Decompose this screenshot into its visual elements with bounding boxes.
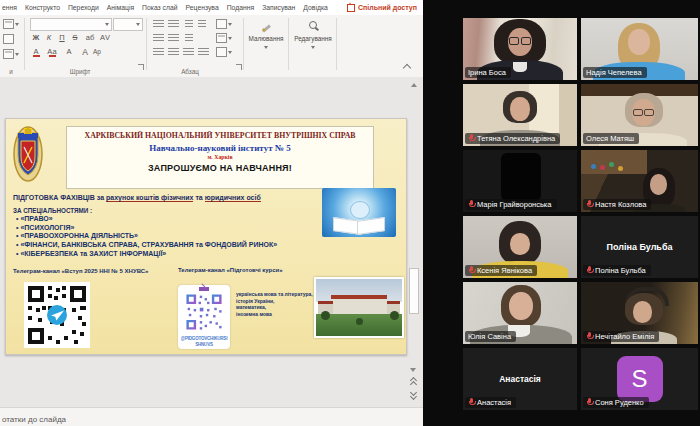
ribbon-tab-bar: ення Конструкто Переходи Анімація Показ … (0, 0, 423, 16)
decrease-indent-button[interactable] (185, 20, 193, 29)
highlight-color-button[interactable]: А (30, 46, 42, 58)
ribbon: и Ж К П S аб АV А Аа А А Ар Шрифт (0, 15, 423, 78)
ribbon-tab-slideshow[interactable]: Показ слай (138, 1, 181, 15)
increase-indent-button[interactable] (198, 20, 206, 29)
slide-header-box: ХАРКІВСЬКИЙ НАЦІОНАЛЬНИЙ УНІВЕРСИТЕТ ВНУ… (66, 126, 374, 189)
participant-tile-nechitailo-emiliia[interactable]: Нечітайло Емілія (581, 282, 698, 344)
align-center-button[interactable] (168, 34, 179, 43)
invitation-line: ЗАПРОШУЄМО НА НАВЧАННЯ! (67, 163, 373, 173)
pencil-icon (261, 21, 272, 32)
collapse-ribbon-button[interactable] (403, 64, 411, 72)
qr-handle-line1: @PIDGOTOVCHIKURSI (178, 336, 230, 342)
qr-code-prep-courses (184, 292, 224, 332)
layout-button[interactable] (3, 34, 14, 44)
ribbon-tab-record[interactable]: Записуван (258, 1, 299, 15)
muted-mic-icon (468, 266, 475, 275)
paragraph-dialog-launcher[interactable] (236, 64, 242, 70)
slide-canvas[interactable]: ХАРКІВСЬКИЙ НАЦІОНАЛЬНИЙ УНІВЕРСИТЕТ ВНУ… (5, 118, 407, 355)
participant-tile-iryna-bosa[interactable]: Ірина Боса (463, 18, 577, 80)
share-button[interactable]: Спільний доступ (347, 1, 417, 14)
participant-tile-polina-bulba[interactable]: Поліна Бульба Поліна Бульба (581, 216, 698, 278)
name-tag: Соня Руденко (583, 397, 649, 408)
ribbon-tab-transitions[interactable]: Переходи (64, 1, 103, 15)
share-button-label: Спільний доступ (358, 1, 417, 14)
muted-mic-icon (586, 398, 593, 407)
participant-tile-kseniia-yavnikova[interactable]: Ксенія Явнікова (463, 216, 577, 278)
ribbon-tab-animation[interactable]: Анімація (103, 1, 138, 15)
font-name-combobox[interactable] (30, 18, 112, 31)
strikethrough-button[interactable]: S (69, 32, 81, 44)
scroll-down-arrow[interactable] (410, 368, 416, 372)
name-tag: Настя Козлова (583, 199, 651, 210)
participant-tile-mariia-hraivoronska[interactable]: Марія Грайворонська (463, 150, 577, 212)
change-case-button[interactable]: А (62, 46, 76, 58)
line-spacing-button[interactable] (216, 19, 232, 29)
new-slide-button[interactable] (3, 19, 19, 29)
align-left-button[interactable] (153, 34, 164, 43)
convert-smartart-button[interactable] (198, 48, 209, 57)
participant-tile-yuliia-savina[interactable]: Юлія Савіна (463, 282, 577, 344)
paragraph-group-label: Абзац (165, 68, 215, 75)
qr-code-prep-courses-card: @PIDGOTOVCHIKURSI SHNUVS (178, 285, 230, 349)
qr-code-admissions (24, 282, 90, 348)
justify-button[interactable] (153, 48, 164, 57)
name-tag: Олеся Матяш (583, 133, 639, 144)
ribbon-tab-help[interactable]: Довідка (299, 1, 331, 15)
intro-line: ПІДГОТОВКА ФАХІВЦІВ за рахунок коштів фі… (13, 194, 261, 201)
participant-tile-sonia-rudenko[interactable]: S Соня Руденко (581, 348, 698, 410)
drawing-menu-button[interactable]: Малювання (248, 17, 284, 71)
font-color-button[interactable]: Аа (46, 46, 58, 58)
scroll-up-arrow[interactable] (411, 83, 417, 87)
grow-font-button[interactable]: А (80, 46, 90, 58)
character-spacing-button[interactable]: АV (99, 32, 111, 44)
columns-button[interactable] (216, 33, 232, 43)
slide-scrollbar[interactable] (408, 80, 419, 406)
bullets-button[interactable] (153, 20, 164, 29)
align-right-button[interactable] (185, 34, 193, 43)
text-direction-button[interactable] (183, 48, 194, 57)
name-tag: Нечітайло Емілія (583, 331, 659, 342)
search-icon (308, 21, 319, 32)
participant-tile-nadiia-chepeleva[interactable]: Надія Чепелева (581, 18, 698, 80)
knowledge-book-image (322, 188, 396, 237)
ribbon-tab[interactable]: ення (0, 1, 21, 15)
participant-tile-olesia-matiash[interactable]: Олеся Матяш (581, 84, 698, 146)
shape-fill-button[interactable] (216, 47, 232, 57)
muted-mic-icon (586, 332, 593, 341)
participant-tile-nastia-kozlova[interactable]: Настя Козлова (581, 150, 698, 212)
telegram-channel-right-caption: Телеграм-канал «Підготовчі курси» (178, 267, 283, 273)
italic-button[interactable]: К (43, 32, 55, 44)
numbering-button[interactable] (168, 20, 179, 29)
font-size-combobox[interactable] (113, 18, 143, 31)
ribbon-tab-view[interactable]: Подання (223, 1, 258, 15)
ribbon-tab-constructor[interactable]: Конструкто (21, 1, 64, 15)
bold-button[interactable]: Ж (30, 32, 42, 44)
align-text-button[interactable] (168, 48, 179, 57)
specialty-item: «КІБЕРБЕЗПЕКА та ЗАХИСТ ІНФОРМАЦІЇ» (16, 250, 277, 259)
font-dialog-launcher[interactable] (138, 64, 144, 70)
name-tag: Тетяна Олександрівна (465, 133, 560, 144)
name-tag: Поліна Бульба (583, 265, 651, 276)
graduation-cap-icon (199, 287, 209, 291)
muted-mic-icon (468, 398, 475, 407)
text-shadow-button[interactable]: аб (84, 32, 96, 44)
name-tag: Марія Грайворонська (465, 199, 557, 210)
notes-bar[interactable]: отатки до слайда (0, 407, 423, 426)
scrollbar-thumb[interactable] (409, 268, 419, 314)
next-slide-button[interactable] (410, 391, 417, 398)
university-crest-logo (13, 125, 43, 183)
glasses (509, 37, 531, 44)
participant-tile-tetiana-oleksandrivna[interactable]: Тетяна Олександрівна (463, 84, 577, 146)
editing-menu-button[interactable]: Редагування (293, 17, 333, 71)
muted-mic-icon (586, 200, 593, 209)
previous-slide-button[interactable] (410, 379, 417, 386)
muted-mic-icon (586, 266, 593, 275)
glasses (633, 109, 654, 115)
underline-button[interactable]: П (56, 32, 68, 44)
ribbon-tab-review[interactable]: Рецензува (182, 1, 223, 15)
section-button[interactable] (3, 49, 19, 59)
powerpoint-window: ення Конструкто Переходи Анімація Показ … (0, 0, 423, 426)
participant-tile-anastasiia[interactable]: Анастасія Анастасія (463, 348, 577, 410)
shrink-font-button[interactable]: Ар (92, 46, 102, 58)
slides-group-label: и (0, 68, 22, 75)
